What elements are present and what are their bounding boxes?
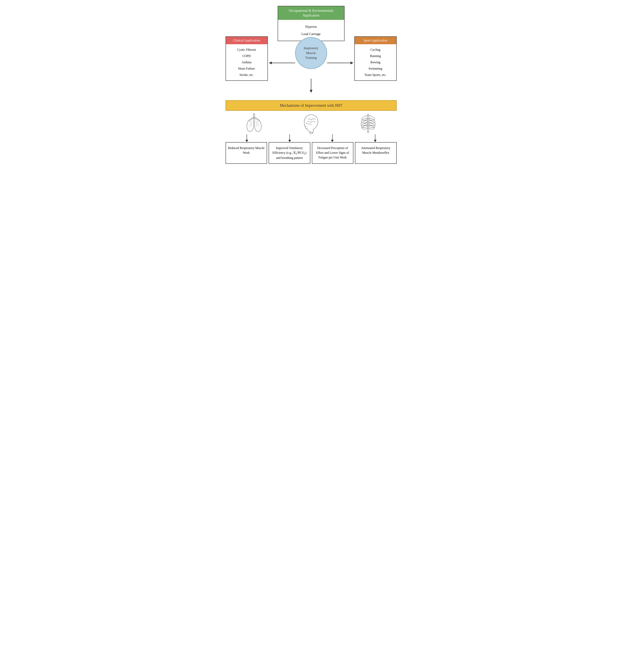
clinical-item-3: Asthma (228, 59, 266, 66)
svg-marker-7 (350, 62, 353, 64)
cross-container: Occupational & Environmental Application… (226, 6, 396, 100)
top-item-2: Load Carriage (280, 30, 342, 38)
sport-item-4: Swimming (356, 66, 395, 72)
ribs-column (357, 113, 379, 134)
svg-rect-8 (253, 114, 255, 117)
diagram: Occupational & Environmental Application… (222, 6, 400, 164)
right-box-header: Sport Application (354, 36, 396, 44)
right-box: Sport Application Cycling Running Rowing… (354, 36, 396, 81)
svg-marker-3 (310, 90, 312, 93)
top-item-1: Hypoxia (280, 23, 342, 30)
center-circle: InspiratoryMuscleTraining (295, 37, 327, 69)
bottom-section: Mechanisms of Improvement with IMT (226, 100, 396, 164)
top-box-header: Occupational & Environmental Application (278, 6, 345, 20)
circle-text: InspiratoryMuscleTraining (304, 46, 318, 60)
svg-point-10 (306, 123, 307, 124)
clinical-item-5: Stroke, etc. (228, 72, 266, 78)
sport-item-3: Rowing (356, 59, 395, 66)
left-box: Clinical Application Cystic Fibrosis COP… (226, 36, 268, 81)
arrow-outcome-2 (288, 134, 291, 142)
clinical-item-1: Cystic Fibrosis (228, 46, 266, 53)
mechanisms-bar: Mechanisms of Improvement with IMT (226, 100, 396, 111)
arrow-outcome-4 (374, 134, 377, 142)
clinical-item-2: COPD (228, 53, 266, 59)
outcomes-row: Reduced Respiratory Muscle Work Improved… (226, 142, 396, 164)
outcome-box-1: Reduced Respiratory Muscle Work (226, 142, 267, 164)
sport-item-5: Team Sports, etc. (356, 72, 395, 78)
svg-rect-11 (368, 114, 369, 133)
lung-icon (243, 113, 265, 134)
outcome-box-3: Decreased Perception of Effort and Lower… (312, 142, 353, 164)
arrow-outcome-3 (331, 134, 334, 142)
sport-item-1: Cycling (356, 46, 395, 53)
lung-column (243, 113, 265, 134)
clinical-item-4: Heart Failure (228, 66, 266, 72)
anatomy-row (226, 111, 396, 134)
ribs-icon (357, 113, 379, 134)
arrow-outcome-1 (245, 134, 248, 142)
brain-icon (300, 113, 322, 134)
top-box: Occupational & Environmental Application… (278, 6, 345, 41)
left-box-header: Clinical Application (226, 36, 268, 44)
branch-arrows-row (226, 134, 396, 142)
outcome-box-2: Improved Ventilatory Efficiency (e.g., V… (269, 142, 310, 164)
left-box-body: Cystic Fibrosis COPD Asthma Heart Failur… (226, 44, 268, 81)
outcome-box-4: Attenuated Respiratory Muscle Metaborefl… (355, 142, 396, 164)
sport-item-2: Running (356, 53, 395, 59)
right-box-body: Cycling Running Rowing Swimming Team Spo… (354, 44, 396, 81)
brain-column (300, 113, 322, 134)
svg-marker-5 (269, 62, 272, 64)
